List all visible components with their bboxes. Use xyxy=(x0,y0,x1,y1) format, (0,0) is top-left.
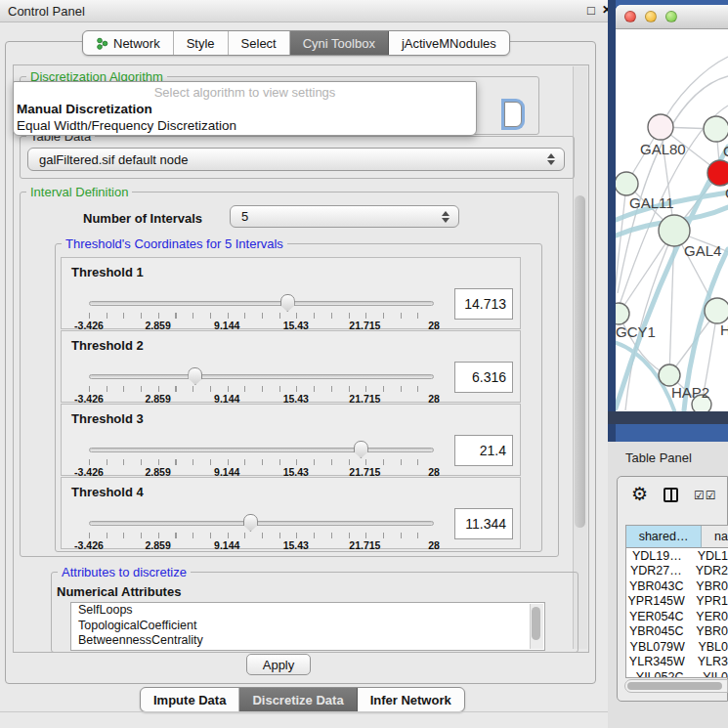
threshold-4-slider[interactable]: -3.4262.8599.14415.4321.71528 xyxy=(89,514,434,547)
table-row[interactable]: YIL052CYIL0 xyxy=(626,669,728,678)
slider-thumb[interactable] xyxy=(280,294,295,312)
table-row[interactable]: YBR045CYBR0 xyxy=(626,624,728,640)
slider-ticks xyxy=(89,313,435,319)
node-label: GAL80 xyxy=(640,141,686,157)
node-label: H xyxy=(720,321,728,338)
desktop-shading xyxy=(608,0,616,442)
tab-network-label: Network xyxy=(113,36,160,51)
table-panel-title: Table Panel xyxy=(625,450,692,465)
algorithm-combobox-fragment[interactable] xyxy=(504,102,522,127)
slider-ticks xyxy=(89,386,435,392)
network-view-window[interactable]: GAL80 GA C GAL11 GAL4 GCY1 H HAP2 xyxy=(616,5,728,411)
table-horizontal-scrollbar[interactable] xyxy=(624,679,728,693)
network-canvas[interactable]: GAL80 GA C GAL11 GAL4 GCY1 H HAP2 xyxy=(616,29,728,411)
numerical-attributes-label: Numerical Attributes xyxy=(57,584,181,599)
apply-button[interactable]: Apply xyxy=(246,654,311,675)
slider-thumb[interactable] xyxy=(188,367,202,385)
table-row[interactable]: YPR145WYPR1 xyxy=(626,594,728,610)
tab-network[interactable]: Network xyxy=(83,31,174,55)
threshold-1-row: Threshold 1 -3.4262.8599.14415.4321.7152… xyxy=(61,257,521,329)
select-columns-icon[interactable]: ☑☑ xyxy=(694,489,717,502)
threshold-2-slider[interactable]: -3.4262.8599.14415.4321.71528 xyxy=(89,367,434,401)
slider-track[interactable] xyxy=(89,374,434,379)
node-label: GAL4 xyxy=(684,242,721,259)
node-label: GA xyxy=(723,143,728,159)
screen: Control Panel □ ✕ Network Style Select C… xyxy=(0,0,728,728)
network-node-gal80[interactable] xyxy=(648,114,673,140)
table-data-combobox[interactable]: galFiltered.sif default node xyxy=(27,148,565,171)
tab-discretize-data[interactable]: Discretize Data xyxy=(239,688,357,711)
tab-cyni-toolbox[interactable]: Cyni Toolbox xyxy=(290,31,389,55)
slider-thumb[interactable] xyxy=(354,441,368,458)
cyni-bottom-tabs: Impute Data Discretize Data Infer Networ… xyxy=(140,687,465,712)
mac-minimize-button[interactable] xyxy=(645,11,657,22)
mac-close-button[interactable] xyxy=(624,11,636,22)
node-label: HAP2 xyxy=(671,384,709,401)
table-row[interactable]: YDR27…YDR2 xyxy=(626,564,728,579)
popup-hint: Select algorithm to view settings xyxy=(14,85,476,100)
column-header-name[interactable]: na xyxy=(702,526,728,548)
column-header-shared-name[interactable]: shared… xyxy=(626,526,702,548)
threshold-3-value-field[interactable]: 21.4 xyxy=(454,435,513,466)
numerical-attributes-list[interactable]: SelfLoops TopologicalCoefficient Between… xyxy=(70,602,545,651)
network-node-selected[interactable] xyxy=(707,160,728,186)
slider-ticks xyxy=(89,459,435,465)
node-label: GAL11 xyxy=(629,194,674,211)
table-row[interactable]: YBR043CYBR0 xyxy=(626,578,728,594)
vertical-scrollbar-thumb[interactable] xyxy=(575,195,585,528)
network-node-hap2[interactable] xyxy=(659,364,680,386)
popup-option-manual[interactable]: Manual Discretization xyxy=(14,102,476,116)
number-of-intervals-label: Number of Intervals xyxy=(83,211,202,226)
interval-definition-title: Interval Definition xyxy=(26,185,132,199)
tab-infer-network[interactable]: Infer Network xyxy=(358,688,464,711)
slider-thumb[interactable] xyxy=(243,514,258,532)
network-window-titlebar[interactable] xyxy=(616,5,728,29)
list-item[interactable]: TopologicalCoefficient xyxy=(71,619,544,634)
combo-stepper-icon xyxy=(547,153,555,165)
slider-track[interactable] xyxy=(89,448,434,452)
tab-jactivemnodules[interactable]: jActiveMNodules xyxy=(389,31,509,55)
combo-stepper-icon xyxy=(442,211,450,223)
float-window-icon[interactable]: □ xyxy=(587,3,595,18)
column-view-icon[interactable] xyxy=(664,488,678,502)
divider xyxy=(0,711,608,712)
attributes-group-title: Attributes to discretize xyxy=(58,565,191,579)
slider-track[interactable] xyxy=(89,301,434,306)
node-attribute-table[interactable]: shared… na YDL19…YDL1 YDR27…YDR2 YBR043C… xyxy=(625,525,728,678)
threshold-1-slider[interactable]: -3.4262.8599.14415.4321.71528 xyxy=(89,294,434,327)
table-row[interactable]: YDL19…YDL1 xyxy=(626,548,728,564)
gear-icon[interactable]: ⚙ xyxy=(631,483,648,505)
threshold-4-row: Threshold 4 -3.4262.8599.14415.4321.7152… xyxy=(61,477,521,549)
number-of-intervals-combobox[interactable]: 5 xyxy=(230,205,459,228)
threshold-3-row: Threshold 3 -3.4262.8599.14415.4321.7152… xyxy=(61,404,521,476)
window-shadow xyxy=(608,411,728,424)
table-horizontal-scrollbar-thumb[interactable] xyxy=(627,682,722,690)
network-icon xyxy=(96,37,108,50)
threshold-4-value-field[interactable]: 11.344 xyxy=(454,508,513,539)
control-panel-tabs: Network Style Select Cyni Toolbox jActiv… xyxy=(82,30,510,56)
network-node-gal11[interactable] xyxy=(616,172,638,195)
table-header-row: shared… na xyxy=(626,526,728,548)
popup-option-equal-width[interactable]: Equal Width/Frequency Discretization xyxy=(14,118,476,133)
tab-impute-data[interactable]: Impute Data xyxy=(141,688,239,711)
network-node[interactable] xyxy=(705,298,728,323)
panel-title: Control Panel xyxy=(8,4,85,19)
threshold-1-value-field[interactable]: 14.713 xyxy=(454,288,513,320)
slider-ticks xyxy=(89,533,435,538)
network-node[interactable] xyxy=(704,116,728,142)
table-row[interactable]: YBL079WYBL0 xyxy=(626,639,728,655)
threshold-2-value-field[interactable]: 6.316 xyxy=(454,362,513,393)
list-item[interactable]: BetweennessCentrality xyxy=(71,633,544,649)
threshold-3-slider[interactable]: -3.4262.8599.14415.4321.71528 xyxy=(89,441,434,474)
slider-track[interactable] xyxy=(89,521,434,526)
tab-style[interactable]: Style xyxy=(174,31,229,55)
table-panel: ⚙ ☑☑ shared… na YDL19…YDL1 YDR27…YDR2 YB… xyxy=(617,476,728,702)
list-scrollbar[interactable] xyxy=(530,604,543,649)
table-row[interactable]: YER054CYER0 xyxy=(626,609,728,624)
table-row[interactable]: YLR345WYLR3 xyxy=(626,655,728,670)
node-label: GCY1 xyxy=(616,323,656,340)
mac-zoom-button[interactable] xyxy=(665,11,677,22)
network-node-gcy1[interactable] xyxy=(616,303,629,324)
tab-select[interactable]: Select xyxy=(229,31,290,55)
list-item[interactable]: SelfLoops xyxy=(71,603,544,619)
